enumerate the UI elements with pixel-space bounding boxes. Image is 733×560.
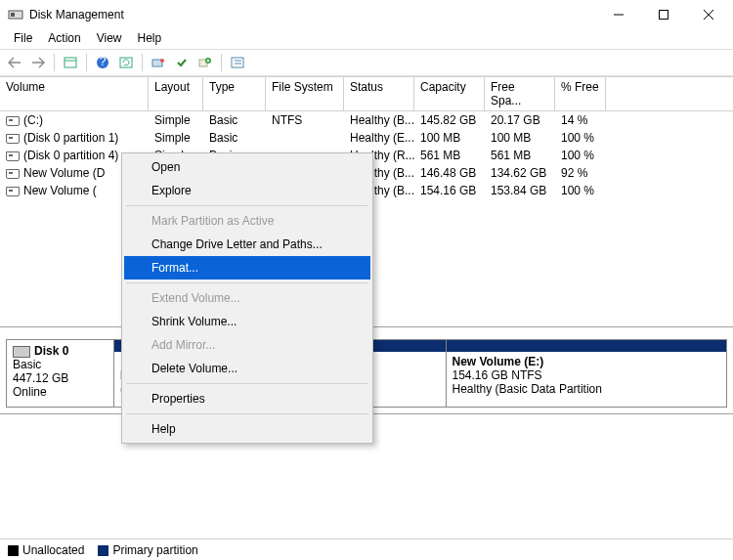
- context-menu-item[interactable]: Properties: [124, 387, 370, 410]
- toolbar: ?: [0, 49, 733, 76]
- help-button[interactable]: ?: [92, 52, 113, 73]
- context-menu-item: Mark Partition as Active: [124, 209, 370, 233]
- close-button[interactable]: [686, 0, 731, 29]
- window-title: Disk Management: [29, 8, 596, 22]
- disk-info[interactable]: Disk 0 Basic 447.12 GB Online: [7, 340, 114, 407]
- context-menu-separator: [126, 383, 368, 384]
- toolbar-separator: [221, 54, 222, 71]
- properties-button[interactable]: [227, 52, 248, 73]
- context-menu-separator: [126, 413, 368, 414]
- col-header-type[interactable]: Type: [203, 77, 266, 110]
- app-icon: [8, 7, 23, 22]
- col-header-status[interactable]: Status: [344, 77, 414, 110]
- svg-point-12: [160, 59, 164, 63]
- swatch-unallocated: [8, 545, 19, 556]
- volume-icon: [6, 187, 20, 196]
- svg-text:?: ?: [100, 56, 107, 68]
- menu-action[interactable]: Action: [40, 29, 88, 49]
- context-menu-item: Extend Volume...: [124, 286, 370, 310]
- volume-row[interactable]: (Disk 0 partition 1)SimpleBasicHealthy (…: [0, 129, 733, 147]
- action-add-button[interactable]: [194, 52, 216, 73]
- col-header-filesystem[interactable]: File System: [266, 77, 344, 110]
- col-header-capacity[interactable]: Capacity: [414, 77, 485, 110]
- menu-view[interactable]: View: [89, 29, 130, 49]
- partition-status: Healthy (Basic Data Partition: [453, 382, 721, 396]
- disk-size: 447.12 GB: [13, 371, 108, 385]
- context-menu-item[interactable]: Open: [124, 155, 370, 179]
- context-menu-item[interactable]: Explore: [124, 179, 370, 202]
- partition-header-bar: [447, 340, 727, 352]
- svg-rect-1: [11, 13, 15, 17]
- volume-icon: [6, 151, 20, 161]
- svg-rect-17: [232, 58, 243, 67]
- context-menu-item[interactable]: Format...: [124, 256, 370, 280]
- context-menu-item[interactable]: Change Drive Letter and Paths...: [124, 233, 370, 256]
- swatch-primary: [98, 545, 108, 556]
- disk-type: Basic: [13, 358, 108, 371]
- menu-file[interactable]: File: [6, 29, 40, 49]
- toolbar-separator: [86, 54, 87, 71]
- minimize-button[interactable]: [596, 0, 641, 29]
- volume-icon: [6, 134, 20, 144]
- col-header-free[interactable]: Free Spa...: [485, 77, 555, 110]
- show-hide-console-button[interactable]: [60, 52, 81, 73]
- volume-icon: [6, 116, 20, 126]
- context-menu-item: Add Mirror...: [124, 333, 370, 357]
- legend-unallocated: Unallocated: [8, 543, 84, 557]
- disk-name: Disk 0: [34, 344, 68, 358]
- settings-button[interactable]: [148, 52, 169, 73]
- menubar: File Action View Help: [0, 29, 733, 49]
- toolbar-separator: [142, 54, 143, 71]
- legend-primary: Primary partition: [98, 543, 197, 557]
- disk-status: Online: [13, 385, 108, 399]
- col-header-percent-free[interactable]: % Free: [555, 77, 606, 110]
- volume-icon: [6, 169, 20, 179]
- svg-rect-6: [65, 58, 76, 67]
- partition-size: 154.16 GB NTFS: [453, 368, 721, 382]
- context-menu-separator: [126, 205, 368, 206]
- svg-rect-3: [660, 11, 668, 20]
- volume-list-header: Volume Layout Type File System Status Ca…: [0, 76, 733, 111]
- disk-icon: [13, 346, 30, 358]
- partition[interactable]: New Volume (E:) 154.16 GB NTFS Healthy (…: [447, 340, 727, 407]
- nav-back-button[interactable]: [4, 52, 25, 73]
- context-menu: OpenExploreMark Partition as ActiveChang…: [121, 152, 373, 444]
- context-menu-item[interactable]: Delete Volume...: [124, 357, 370, 380]
- volume-row[interactable]: (C:)SimpleBasicNTFSHealthy (B...145.82 G…: [0, 111, 733, 129]
- col-header-volume[interactable]: Volume: [0, 77, 149, 110]
- maximize-button[interactable]: [641, 0, 686, 29]
- menu-help[interactable]: Help: [130, 29, 170, 49]
- titlebar: Disk Management: [0, 0, 733, 29]
- context-menu-item[interactable]: Help: [124, 417, 370, 441]
- context-menu-separator: [126, 282, 368, 283]
- partition-title: New Volume (E:): [453, 355, 544, 368]
- col-header-layout[interactable]: Layout: [149, 77, 203, 110]
- context-menu-item[interactable]: Shrink Volume...: [124, 310, 370, 333]
- refresh-button[interactable]: [115, 52, 137, 73]
- nav-forward-button[interactable]: [27, 52, 49, 73]
- legend: Unallocated Primary partition: [0, 538, 733, 560]
- toolbar-separator: [54, 54, 55, 71]
- action-check-button[interactable]: [171, 52, 193, 73]
